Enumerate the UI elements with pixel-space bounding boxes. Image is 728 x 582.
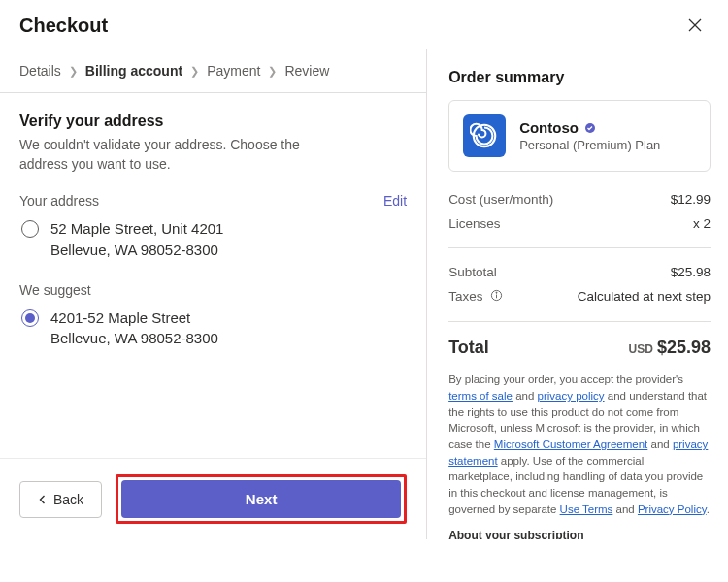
verify-title: Verify your address bbox=[19, 113, 407, 130]
radio-unselected-icon bbox=[21, 220, 39, 238]
suggest-label: We suggest bbox=[19, 282, 407, 298]
left-pane: Details ❯ Billing account ❯ Payment ❯ Re… bbox=[0, 49, 427, 539]
back-button-label: Back bbox=[53, 492, 83, 507]
your-address-label: Your address bbox=[19, 193, 99, 209]
cost-label: Cost (user/month) bbox=[448, 192, 553, 207]
order-summary-pane: Order summary Contoso Personal (Premium)… bbox=[427, 49, 728, 539]
breadcrumb: Details ❯ Billing account ❯ Payment ❯ Re… bbox=[0, 49, 426, 93]
your-address-option[interactable]: 52 Maple Street, Unit 4201 Bellevue, WA … bbox=[19, 218, 407, 261]
chevron-right-icon: ❯ bbox=[268, 65, 277, 78]
total-value: $25.98 bbox=[657, 338, 711, 357]
breadcrumb-billing-account[interactable]: Billing account bbox=[85, 63, 182, 79]
spiral-icon bbox=[470, 121, 499, 150]
licenses-label: Licenses bbox=[448, 216, 500, 231]
plan-card: Contoso Personal (Premium) Plan bbox=[448, 100, 711, 172]
use-terms-link[interactable]: Use Terms bbox=[560, 503, 613, 515]
plan-tier: Personal (Premium) Plan bbox=[519, 138, 660, 152]
verify-subtitle: We couldn't validate your address. Choos… bbox=[19, 136, 349, 174]
radio-selected-icon bbox=[21, 309, 39, 327]
info-icon[interactable] bbox=[490, 289, 503, 305]
breadcrumb-payment[interactable]: Payment bbox=[207, 63, 260, 79]
subtotal-label: Subtotal bbox=[448, 265, 497, 279]
verified-badge-icon bbox=[584, 122, 596, 134]
terms-of-sale-link[interactable]: terms of sale bbox=[448, 390, 513, 402]
breadcrumb-details[interactable]: Details bbox=[19, 63, 61, 79]
total-currency: USD bbox=[629, 342, 653, 356]
chevron-right-icon: ❯ bbox=[190, 65, 199, 78]
about-subscription-title: About your subscription bbox=[448, 529, 711, 539]
plan-name: Contoso bbox=[519, 119, 579, 136]
back-button[interactable]: Back bbox=[19, 481, 102, 518]
privacy-policy-link[interactable]: privacy policy bbox=[538, 390, 605, 402]
cost-value: $12.99 bbox=[671, 192, 711, 207]
licenses-value: x 2 bbox=[693, 216, 711, 231]
verify-address-section: Verify your address We couldn't validate… bbox=[0, 93, 426, 458]
close-icon bbox=[687, 17, 703, 33]
page-title: Checkout bbox=[19, 15, 108, 37]
subtotal-value: $25.98 bbox=[671, 265, 711, 279]
mca-link[interactable]: Microsoft Customer Agreement bbox=[494, 438, 648, 450]
plan-icon bbox=[463, 114, 506, 157]
dialog-header: Checkout bbox=[0, 0, 728, 49]
divider bbox=[448, 247, 711, 248]
suggested-address-line1: 4201-52 Maple Street bbox=[50, 307, 218, 329]
breadcrumb-review[interactable]: Review bbox=[284, 63, 329, 79]
suggested-address-line2: Bellevue, WA 98052-8300 bbox=[50, 328, 218, 349]
total-label: Total bbox=[448, 338, 489, 358]
order-summary-title: Order summary bbox=[448, 69, 711, 86]
divider bbox=[448, 321, 711, 322]
wizard-footer: Back Next bbox=[0, 458, 426, 539]
chevron-right-icon: ❯ bbox=[69, 65, 78, 78]
your-address-line1: 52 Maple Street, Unit 4201 bbox=[50, 218, 223, 240]
legal-text: By placing your order, you accept the pr… bbox=[448, 372, 711, 517]
edit-address-link[interactable]: Edit bbox=[383, 193, 407, 209]
close-button[interactable] bbox=[681, 12, 709, 39]
chevron-left-icon bbox=[38, 495, 48, 504]
privacy-policy2-link[interactable]: Privacy Policy bbox=[638, 503, 707, 515]
svg-point-6 bbox=[496, 293, 497, 294]
highlight-annotation: Next bbox=[116, 474, 407, 524]
next-button[interactable]: Next bbox=[121, 480, 401, 518]
suggested-address-option[interactable]: 4201-52 Maple Street Bellevue, WA 98052-… bbox=[19, 307, 407, 350]
your-address-line2: Bellevue, WA 98052-8300 bbox=[50, 240, 223, 261]
taxes-label: Taxes bbox=[448, 289, 503, 305]
taxes-value: Calculated at next step bbox=[578, 289, 711, 305]
